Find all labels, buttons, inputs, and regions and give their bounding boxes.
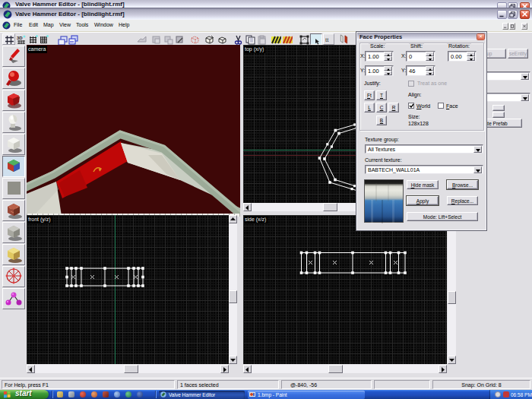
svg-text:3D: 3D [17, 36, 23, 40]
svg-text:tt: tt [325, 36, 329, 43]
